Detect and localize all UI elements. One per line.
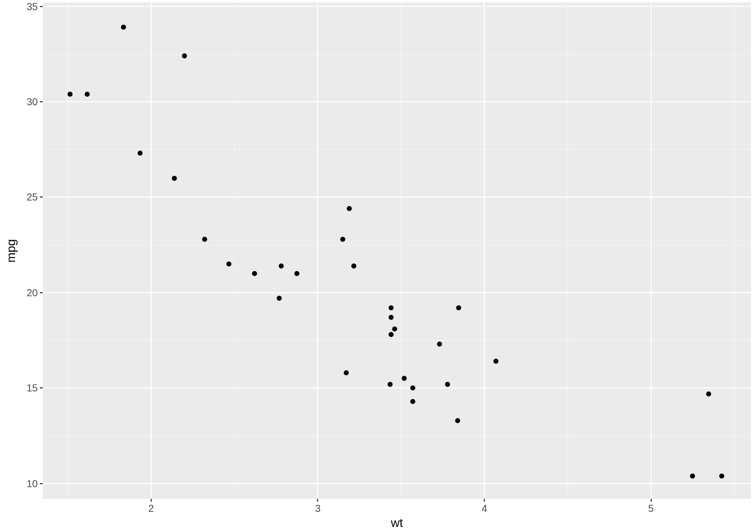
gridline-minor: [68, 3, 68, 499]
gridline-major: [651, 3, 652, 499]
data-point: [690, 474, 695, 479]
gridline-minor: [401, 3, 401, 499]
data-point: [388, 382, 393, 387]
y-tick-mark: [40, 101, 43, 102]
x-tick-label: 3: [315, 503, 321, 514]
data-point: [226, 261, 231, 267]
x-axis-title: wt: [391, 516, 403, 530]
data-point: [252, 271, 257, 276]
x-tick-mark: [317, 499, 318, 502]
data-point: [410, 385, 415, 390]
y-tick-label: 15: [27, 382, 38, 394]
data-point: [402, 376, 407, 381]
gridline-minor: [234, 3, 235, 499]
gridline-minor: [568, 3, 568, 499]
gridline-minor: [43, 54, 751, 54]
gridline-major: [43, 387, 751, 388]
data-point: [172, 176, 177, 181]
data-point: [340, 237, 345, 242]
data-point: [182, 53, 187, 58]
y-tick-mark: [40, 483, 43, 484]
data-point: [719, 474, 724, 479]
data-point: [392, 326, 397, 331]
data-point: [277, 296, 282, 301]
data-point: [279, 263, 284, 269]
gridline-minor: [734, 3, 734, 499]
x-tick-label: 5: [648, 503, 654, 514]
plot-panel: [43, 3, 751, 499]
y-tick-mark: [40, 6, 43, 7]
x-tick-label: 2: [148, 503, 154, 514]
gridline-minor: [43, 435, 751, 436]
data-point: [202, 237, 207, 242]
gridline-minor: [43, 245, 751, 245]
data-point: [389, 332, 394, 337]
gridline-minor: [43, 149, 751, 150]
y-tick-label: 30: [27, 96, 38, 108]
data-point: [455, 418, 460, 423]
gridline-major: [43, 196, 751, 197]
data-point: [121, 25, 126, 30]
data-point: [437, 342, 442, 347]
y-tick-label: 10: [27, 478, 38, 489]
data-point: [347, 206, 352, 211]
data-point: [294, 271, 299, 276]
y-tick-mark: [40, 196, 43, 197]
gridline-major: [43, 101, 751, 102]
gridline-major: [151, 3, 152, 499]
data-point: [68, 92, 73, 97]
y-tick-label: 35: [27, 1, 38, 12]
y-tick-mark: [40, 387, 43, 388]
x-tick-mark: [151, 499, 152, 502]
gridline-major: [43, 6, 751, 7]
data-point: [706, 391, 711, 396]
gridline-minor: [43, 340, 751, 341]
scatter-chart: 101520253035 2345 mpg wt: [0, 0, 756, 532]
data-point: [351, 263, 356, 269]
data-point: [493, 359, 498, 364]
gridline-major: [43, 292, 751, 293]
data-point: [344, 370, 349, 375]
data-point: [138, 151, 143, 156]
gridline-major: [317, 3, 318, 499]
data-point: [389, 305, 394, 310]
gridline-major: [43, 483, 751, 484]
gridline-major: [484, 3, 485, 499]
y-tick-mark: [40, 292, 43, 293]
x-tick-mark: [651, 499, 652, 502]
y-tick-label: 25: [27, 191, 38, 203]
y-axis-title: mpg: [4, 239, 18, 262]
data-point: [389, 315, 394, 320]
data-point: [456, 305, 461, 310]
data-point: [410, 399, 415, 404]
y-tick-label: 20: [27, 287, 38, 298]
x-tick-label: 4: [481, 503, 487, 514]
x-tick-mark: [484, 499, 485, 502]
data-point: [85, 92, 90, 97]
data-point: [445, 382, 450, 387]
